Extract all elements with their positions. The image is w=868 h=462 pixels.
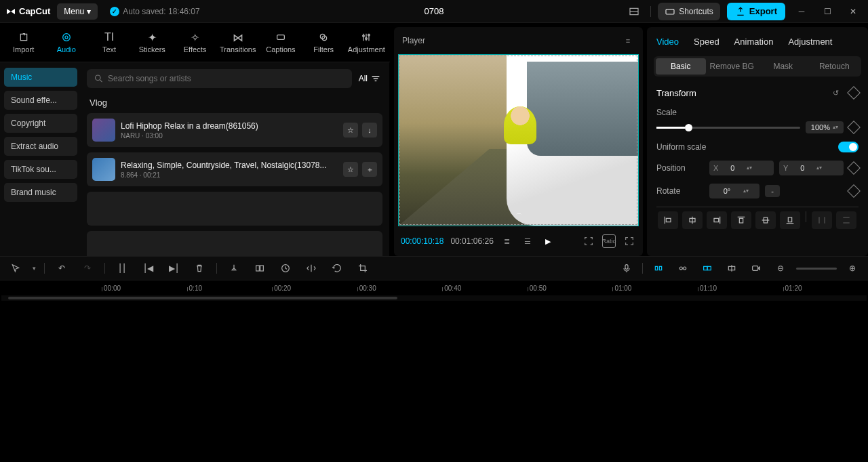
effects-icon: ✧ xyxy=(189,31,201,43)
align-vcenter-icon[interactable] xyxy=(755,211,776,229)
selection-tool[interactable] xyxy=(7,260,24,276)
mirror-button[interactable] xyxy=(302,260,320,276)
record-button[interactable] xyxy=(747,260,765,276)
keyframe-rotate-icon[interactable] xyxy=(847,184,861,198)
magnet-button[interactable] xyxy=(698,260,716,276)
zoom-in-button[interactable]: ⊕ xyxy=(844,260,861,276)
player-canvas[interactable]: ⌒ xyxy=(398,54,639,226)
filter-all-button[interactable]: All xyxy=(357,70,382,87)
sidebar-item-extract-audio[interactable]: Extract audio xyxy=(4,137,77,156)
tool-effects[interactable]: ✧Effects xyxy=(174,23,216,62)
autosave-label: Auto saved: 18:46:07 xyxy=(123,7,199,16)
menu-button[interactable]: Menu ▾ xyxy=(57,3,98,20)
download-button[interactable]: ↓ xyxy=(362,123,377,138)
align-top-icon[interactable] xyxy=(731,211,751,229)
sidebar-item-music[interactable]: Music xyxy=(4,68,77,87)
fullscreen-button[interactable] xyxy=(623,234,636,248)
search-input[interactable] xyxy=(108,74,345,83)
keyframe-icon[interactable] xyxy=(847,86,861,100)
tool-stickers[interactable]: ✦Stickers xyxy=(132,23,173,62)
add-button[interactable]: ＋ xyxy=(362,162,377,177)
reset-icon[interactable]: ↺ xyxy=(829,86,842,100)
trim-left-button[interactable]: ⎮◀ xyxy=(139,260,157,276)
tab-adjustment[interactable]: Adjustment xyxy=(788,37,832,47)
tool-filters[interactable]: Filters xyxy=(303,23,344,62)
play-button[interactable]: ▶ xyxy=(541,234,555,248)
crop-button[interactable] xyxy=(354,260,372,276)
distribute-v-icon[interactable] xyxy=(836,211,856,229)
mic-button[interactable] xyxy=(618,260,635,276)
tab-video[interactable]: Video xyxy=(656,37,679,47)
check-icon: ✓ xyxy=(110,7,119,16)
tool-audio[interactable]: Audio xyxy=(45,23,87,62)
rotate-input[interactable]: ▴▾ xyxy=(709,184,760,198)
export-button[interactable]: Export xyxy=(727,3,785,20)
keyframe-position-icon[interactable] xyxy=(847,161,861,175)
speed-button[interactable] xyxy=(277,260,294,276)
timeline-scrollbar[interactable] xyxy=(1,295,867,301)
ratio-button[interactable]: Ratio xyxy=(602,234,616,248)
align-right-icon[interactable] xyxy=(707,211,727,229)
media-tool-row: Import Audio TIText ✦Stickers ✧Effects ⋈… xyxy=(0,23,390,62)
transitions-icon: ⋈ xyxy=(232,31,244,43)
sidebar-item-tiktok-sounds[interactable]: TikTok sou... xyxy=(4,160,77,179)
align-hcenter-icon[interactable] xyxy=(682,211,703,229)
subtab-remove-bg[interactable]: Remove BG xyxy=(707,58,757,75)
subtab-basic[interactable]: Basic xyxy=(656,58,706,75)
adjust-icon xyxy=(360,31,372,43)
minimize-button[interactable]: ─ xyxy=(792,5,811,18)
list-icon[interactable]: ≣ xyxy=(500,234,514,248)
position-y-input[interactable]: Y▴▾ xyxy=(779,161,844,175)
tab-speed[interactable]: Speed xyxy=(694,37,719,47)
tool-captions[interactable]: Captions xyxy=(260,23,301,62)
scan-icon[interactable] xyxy=(582,234,595,248)
sidebar-item-sound-effects[interactable]: Sound effe... xyxy=(4,91,77,110)
scale-slider[interactable] xyxy=(656,127,800,129)
link-button[interactable] xyxy=(674,260,692,276)
maximize-button[interactable]: ☐ xyxy=(818,5,837,18)
timeline-ruler[interactable]: 00:00 0:10 00:20 00:30 00:40 00:50 01:00… xyxy=(102,280,868,295)
svg-rect-2 xyxy=(666,9,674,14)
close-button[interactable]: ✕ xyxy=(844,5,863,18)
preview-button[interactable] xyxy=(723,260,741,276)
chevron-down-icon[interactable]: ▾ xyxy=(33,265,36,272)
uniform-scale-toggle[interactable] xyxy=(838,142,859,152)
freeze-button[interactable] xyxy=(251,260,269,276)
favorite-button[interactable]: ☆ xyxy=(343,162,358,177)
zoom-slider[interactable] xyxy=(796,268,837,270)
delete-button[interactable] xyxy=(191,260,208,276)
split-button[interactable]: ⎮⎮ xyxy=(113,260,131,276)
track-thumbnail xyxy=(92,119,115,142)
keyframe-scale-icon[interactable] xyxy=(847,121,861,134)
rotate-button[interactable] xyxy=(328,260,346,276)
redo-button[interactable]: ↷ xyxy=(79,260,96,276)
search-box[interactable] xyxy=(87,69,352,88)
zoom-out-button[interactable]: ⊖ xyxy=(772,260,789,276)
favorite-button[interactable]: ☆ xyxy=(343,123,358,138)
scale-value[interactable]: 100%▴▾ xyxy=(806,121,844,133)
align-left-icon[interactable] xyxy=(658,211,678,229)
sidebar-item-brand-music[interactable]: Brand music xyxy=(4,183,77,202)
position-x-input[interactable]: X▴▾ xyxy=(709,161,774,175)
undo-button[interactable]: ↶ xyxy=(53,260,71,276)
tool-import[interactable]: Import xyxy=(3,23,44,62)
trim-right-button[interactable]: ▶⎮ xyxy=(165,260,182,276)
distribute-h-icon[interactable] xyxy=(812,211,832,229)
tool-adjustment[interactable]: Adjustment xyxy=(346,23,387,62)
tab-animation[interactable]: Animation xyxy=(734,37,774,47)
track-item[interactable]: Lofi Hiphop Relax in a dream(861056) NAR… xyxy=(87,113,382,147)
tool-text[interactable]: TIText xyxy=(88,23,130,62)
subtab-mask[interactable]: Mask xyxy=(758,58,808,75)
player-menu-icon[interactable]: ≡ xyxy=(621,34,635,47)
snap-button[interactable] xyxy=(650,260,667,276)
align-bottom-icon[interactable] xyxy=(780,211,800,229)
track-item[interactable]: Relaxing, Simple, Countryside, Travel, N… xyxy=(87,152,382,186)
tool-transitions[interactable]: ⋈Transitions xyxy=(217,23,258,62)
compare-icon[interactable]: ☰ xyxy=(521,234,534,248)
rotate-minus-icon[interactable]: - xyxy=(765,185,780,197)
marker-button[interactable] xyxy=(225,260,243,276)
sidebar-item-copyright[interactable]: Copyright xyxy=(4,114,77,133)
shortcuts-button[interactable]: Shortcuts xyxy=(658,3,720,20)
subtab-retouch[interactable]: Retouch xyxy=(810,58,860,75)
layout-icon[interactable] xyxy=(625,5,644,18)
